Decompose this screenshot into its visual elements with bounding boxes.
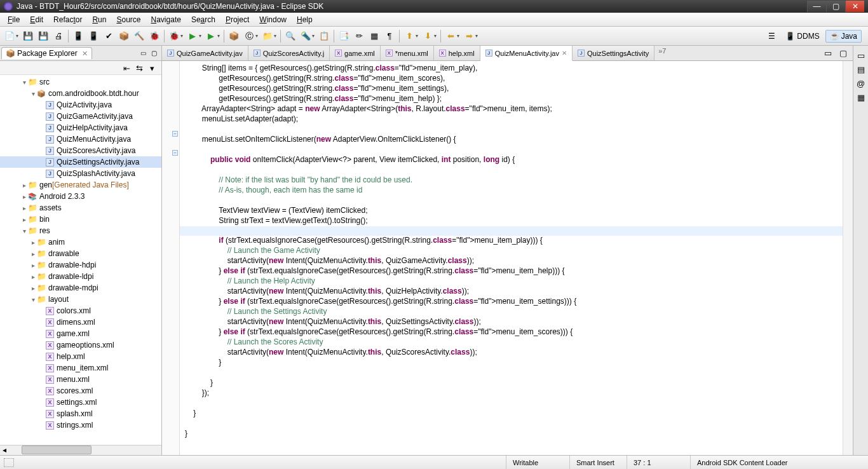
- close-icon[interactable]: ✕: [562, 50, 567, 57]
- minimize-button[interactable]: —: [807, 1, 826, 12]
- open-type-button[interactable]: 🔍: [283, 29, 297, 43]
- menu-refactor[interactable]: Refactor: [48, 14, 87, 25]
- editor-tab-quizgameactivity-jav[interactable]: QuizGameActivity.jav: [162, 46, 248, 60]
- collapse-all-button[interactable]: ⇤: [121, 62, 132, 74]
- new-package-button[interactable]: 📦: [227, 29, 241, 43]
- twisty-icon[interactable]: ▸: [29, 262, 37, 269]
- run-last-button[interactable]: ▶: [204, 29, 218, 43]
- twisty-icon[interactable]: ▸: [20, 193, 28, 200]
- link-editor-button[interactable]: ⇆: [133, 62, 145, 74]
- minimize-view-button[interactable]: ▭: [138, 48, 148, 58]
- tree-node-quizsplashactivity-java[interactable]: QuizSplashActivity.java: [0, 168, 161, 179]
- new-android-button[interactable]: 📦: [117, 29, 131, 43]
- tree-node-quizactivity-java[interactable]: QuizActivity.java: [0, 99, 161, 111]
- dropdown-icon[interactable]: ▾: [255, 33, 258, 39]
- tree-node-quizsettingsactivity-java[interactable]: QuizSettingsActivity.java: [0, 156, 161, 168]
- new-folder-button[interactable]: 📁: [261, 29, 275, 43]
- print-button[interactable]: 🖨: [51, 29, 65, 43]
- tree-node-anim[interactable]: ▸anim: [0, 236, 161, 248]
- menu-window[interactable]: Window: [254, 14, 292, 25]
- dropdown-icon[interactable]: ▾: [16, 33, 18, 39]
- twisty-icon[interactable]: ▾: [20, 79, 28, 86]
- make-button[interactable]: 🔨: [132, 29, 146, 43]
- save-button[interactable]: 💾: [21, 29, 35, 43]
- goto-marker[interactable]: [4, 458, 14, 467]
- dropdown-icon[interactable]: ▾: [416, 33, 418, 39]
- hierarchy-icon[interactable]: ▦: [855, 92, 867, 103]
- tree-node-scores-xml[interactable]: scores.xml: [0, 385, 161, 397]
- dropdown-icon[interactable]: ▾: [312, 33, 315, 39]
- tree-node-gen[interactable]: ▸gen [Generated Java Files]: [0, 179, 161, 191]
- close-icon[interactable]: ✕: [82, 50, 88, 58]
- tree-node-quizscoresactivity-java[interactable]: QuizScoresActivity.java: [0, 145, 161, 156]
- task-list-icon[interactable]: @: [855, 78, 867, 89]
- run-button[interactable]: ▶: [186, 29, 200, 43]
- restore-button[interactable]: ▭: [855, 50, 867, 61]
- maximize-editor-button[interactable]: ▢: [836, 46, 850, 60]
- annotation-prev-button[interactable]: ⬆: [402, 29, 416, 43]
- search-button[interactable]: 🔦: [299, 29, 313, 43]
- outline-view-icon[interactable]: ▤: [855, 64, 867, 75]
- tree-node-help-xml[interactable]: help.xml: [0, 351, 161, 362]
- tab-overflow[interactable]: »7: [654, 46, 670, 60]
- package-explorer-tab[interactable]: 📦 Package Explorer ✕: [1, 47, 92, 59]
- twisty-icon[interactable]: ▸: [29, 285, 37, 292]
- tree-node-splash-xml[interactable]: splash.xml: [0, 408, 161, 419]
- open-perspective-button[interactable]: ☰: [764, 30, 780, 43]
- new-button[interactable]: 📄: [3, 29, 17, 43]
- tree-node-dimens-xml[interactable]: dimens.xml: [0, 316, 161, 328]
- menu-project[interactable]: Project: [220, 14, 254, 25]
- save-all-button[interactable]: 💾: [36, 29, 50, 43]
- adb-button[interactable]: 🐞: [147, 29, 161, 43]
- dropdown-icon[interactable]: ▾: [274, 33, 276, 39]
- minimize-editor-button[interactable]: ▭: [821, 46, 835, 60]
- dropdown-icon[interactable]: ▾: [475, 33, 478, 39]
- annotation-next-button[interactable]: ⬇: [421, 29, 435, 43]
- twisty-icon[interactable]: ▾: [20, 228, 28, 234]
- twisty-icon[interactable]: ▸: [29, 273, 37, 280]
- perspective-ddms[interactable]: 📱 DDMS: [781, 30, 824, 43]
- tree-node-quizgameactivity-java[interactable]: QuizGameActivity.java: [0, 111, 161, 122]
- menu-edit[interactable]: Edit: [25, 14, 48, 25]
- perspective-java[interactable]: ☕ Java: [825, 30, 862, 43]
- lint-button[interactable]: ✔: [102, 29, 116, 43]
- tree-node-quizmenuactivity-java[interactable]: QuizMenuActivity.java: [0, 133, 161, 145]
- tree-node-menu_item-xml[interactable]: menu_item.xml: [0, 362, 161, 374]
- tree-node-drawable-mdpi[interactable]: ▸drawable-mdpi: [0, 282, 161, 294]
- code-editor[interactable]: String[] items = { getResources().getStr…: [180, 61, 843, 455]
- tree-node-drawable-hdpi[interactable]: ▸drawable-hdpi: [0, 259, 161, 271]
- new-class-button[interactable]: Ⓒ: [242, 29, 256, 43]
- dropdown-icon[interactable]: ▾: [199, 33, 201, 39]
- tree-node-quizhelpactivity-java[interactable]: QuizHelpActivity.java: [0, 122, 161, 133]
- tree-node-src[interactable]: ▾src: [0, 76, 161, 88]
- menu-source[interactable]: Source: [111, 14, 146, 25]
- tree-node-bin[interactable]: ▸bin: [0, 214, 161, 225]
- avd-button[interactable]: 📱: [86, 29, 100, 43]
- twisty-icon[interactable]: ▸: [20, 182, 28, 189]
- tree-node-assets[interactable]: ▸assets: [0, 202, 161, 214]
- dropdown-icon[interactable]: ▾: [457, 33, 459, 39]
- horizontal-scrollbar[interactable]: ◂: [0, 445, 161, 455]
- mark-occurrences-button[interactable]: ✏: [352, 29, 366, 43]
- package-explorer-tree[interactable]: ▾src▾com.androidbook.btdt.hourQuizActivi…: [0, 75, 161, 445]
- editor-tab-quizmenuactivity-jav[interactable]: QuizMenuActivity.jav✕: [480, 46, 573, 61]
- tree-node-res[interactable]: ▾res: [0, 225, 161, 236]
- editor-tab-game-xml[interactable]: game.xml: [330, 46, 381, 60]
- fold-toggle[interactable]: −: [172, 150, 178, 156]
- tree-node-drawable[interactable]: ▸drawable: [0, 248, 161, 259]
- twisty-icon[interactable]: ▸: [29, 239, 37, 246]
- task-button[interactable]: 📋: [317, 29, 331, 43]
- twisty-icon[interactable]: ▾: [29, 296, 37, 303]
- maximize-button[interactable]: ▢: [826, 1, 845, 12]
- editor-tab-help-xml[interactable]: help.xml: [434, 46, 480, 60]
- dropdown-icon[interactable]: ▾: [434, 33, 437, 39]
- tree-node-com-androidbook-btdt-hour[interactable]: ▾com.androidbook.btdt.hour: [0, 88, 161, 99]
- tree-node-strings-xml[interactable]: strings.xml: [0, 419, 161, 431]
- tree-node-settings-xml[interactable]: settings.xml: [0, 397, 161, 408]
- tree-node-game-xml[interactable]: game.xml: [0, 328, 161, 339]
- menu-navigate[interactable]: Navigate: [146, 14, 186, 25]
- fold-toggle[interactable]: −: [172, 131, 178, 137]
- editor-ruler[interactable]: − −: [162, 61, 180, 455]
- forward-button[interactable]: ➡: [462, 29, 476, 43]
- android-sdk-button[interactable]: 📱: [71, 29, 85, 43]
